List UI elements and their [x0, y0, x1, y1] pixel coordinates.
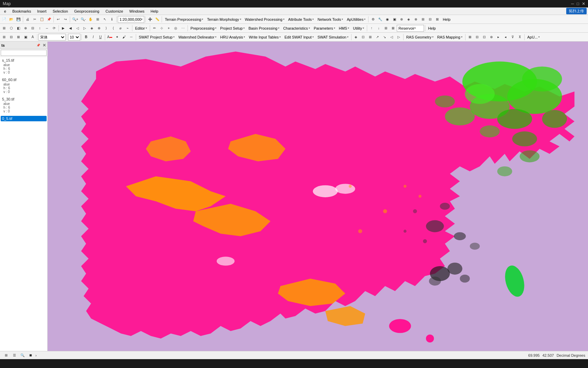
tb3-icon1[interactable]: ◈	[353, 33, 359, 41]
terrain-preprocessing-menu[interactable]: Terrain Preprocessing▾	[163, 17, 205, 22]
pan-btn[interactable]: ✋	[87, 16, 94, 23]
tb3-icon3[interactable]: ⊞	[367, 33, 374, 41]
font-size-select[interactable]: 10	[68, 34, 80, 41]
save-btn[interactable]: 💾	[15, 16, 22, 23]
swat-simulation-menu[interactable]: SWAT Simulation▾	[316, 34, 350, 40]
help-menu[interactable]: Help	[441, 17, 452, 22]
fill-color-btn[interactable]: 🖌	[121, 33, 128, 41]
toolbar1-tool9[interactable]: ⊟	[427, 16, 434, 23]
highlight-button[interactable]: 拓扑上传	[566, 8, 587, 14]
tb2-btn3[interactable]: ◧	[15, 25, 22, 32]
tb2-btn5[interactable]: ⊟	[29, 25, 36, 32]
menu-selection[interactable]: Selection	[50, 9, 71, 14]
layer-item-1[interactable]: s_15.tif	[1, 58, 47, 63]
layout-view-btn[interactable]: ⊞	[3, 352, 10, 359]
measure-btn[interactable]: 📏	[154, 16, 161, 23]
ras-btn6[interactable]: ◂	[502, 33, 509, 41]
redo-btn[interactable]: ↪	[62, 16, 69, 23]
layer-item-3[interactable]: 5_30.tif	[1, 96, 47, 102]
line-color-btn[interactable]: ─	[128, 33, 135, 41]
write-input-tables-menu[interactable]: Write Input Tables▾	[247, 34, 282, 40]
tb2-icon2[interactable]: ↓	[375, 25, 382, 32]
layer-search-input[interactable]	[1, 50, 47, 56]
tb3-btn3[interactable]: ⊠	[15, 33, 22, 41]
tb2-btn15[interactable]: ⟩	[103, 25, 110, 32]
tb2-editbtn1[interactable]: ✏	[151, 25, 158, 32]
watershed-processing-menu[interactable]: Watershed Processing▾	[243, 17, 286, 22]
stop-btn[interactable]: ⏹	[27, 352, 34, 359]
toolbar1-tool2[interactable]: 🔧	[377, 16, 383, 23]
swat-project-setup-menu[interactable]: SWAT Project Setup▾	[137, 34, 176, 40]
tb2-btn1[interactable]: ⊞	[1, 25, 7, 32]
ap-utilities2-menu[interactable]: ApU...▾	[526, 34, 542, 40]
new-file-btn[interactable]: 📄	[1, 16, 7, 23]
toolbar1-tool8[interactable]: ⊞	[420, 16, 426, 23]
tb3-btn2[interactable]: ⊟	[8, 33, 15, 41]
undo-btn[interactable]: ↩	[55, 16, 62, 23]
layer-item-4[interactable]: 0_5.tif	[1, 116, 47, 121]
attribute-tools-menu[interactable]: Attribute Tools▾	[287, 17, 316, 22]
tb2-editbtn4[interactable]: ◎	[173, 25, 179, 32]
tb3-btn4[interactable]: ▣	[22, 33, 29, 41]
basin-processing-menu[interactable]: Basin Processing▾	[247, 26, 281, 31]
tb3-icon6[interactable]: ◁	[388, 33, 395, 41]
zoom-out-btn[interactable]: 🔍-	[80, 16, 87, 23]
tb2-btn12[interactable]: ▷	[81, 25, 88, 32]
reservoir-dropdown[interactable]: Reservoir ▾	[397, 25, 424, 32]
project-setup-menu[interactable]: Project Setup▾	[218, 26, 246, 31]
tb2-editbtn5[interactable]: ⋯	[180, 25, 186, 32]
toolbar1-tool3[interactable]: ◉	[384, 16, 391, 23]
edit-swat-input-menu[interactable]: Edit SWAT Input▾	[283, 34, 315, 40]
tb3-icon2[interactable]: ⊡	[360, 33, 366, 41]
panel-close-btn[interactable]: ✕	[43, 43, 46, 48]
tb2-btn8[interactable]: ⟳	[51, 25, 58, 32]
preprocessing-menu[interactable]: Preprocessing▾	[189, 26, 218, 31]
watershed-delineator-menu[interactable]: Watershed Delineator▾	[177, 34, 218, 40]
copy-btn[interactable]: 📋	[38, 16, 45, 23]
ras-btn5[interactable]: ▸	[495, 33, 502, 41]
tb2-icon4[interactable]: ⊠	[390, 25, 396, 32]
magnifier-btn[interactable]: 🔍	[19, 352, 26, 359]
characteristics-menu[interactable]: Characteristics▾	[281, 26, 312, 31]
menu-insert[interactable]: Insert	[34, 9, 49, 14]
terrain-morphology-menu[interactable]: Terrain Morphology▾	[205, 17, 243, 22]
tb3-icon4[interactable]: ↗	[374, 33, 381, 41]
scale-dropdown[interactable]: 1:20,000,000 ▾	[118, 16, 144, 23]
menu-customize[interactable]: Customize	[103, 9, 126, 14]
menu-help[interactable]: Help	[148, 9, 161, 14]
tb2-btn14[interactable]: ⊗	[96, 25, 102, 32]
italic-btn[interactable]: I	[90, 33, 97, 41]
ras-btn3[interactable]: ⊡	[481, 33, 488, 41]
tb2-btn9[interactable]: ▶	[60, 25, 67, 32]
bold-btn[interactable]: B	[83, 33, 89, 41]
print-btn[interactable]: 🖨	[24, 16, 31, 23]
map-area[interactable]	[48, 42, 588, 351]
tb2-editbtn3[interactable]: ⌖	[165, 25, 172, 32]
select-btn[interactable]: ↖	[101, 16, 108, 23]
tb2-btn13[interactable]: ◈	[88, 25, 95, 32]
hru-analysis-menu[interactable]: HRU Analysis▾	[218, 34, 247, 40]
network-tools-menu[interactable]: Network Tools▾	[316, 17, 345, 22]
tb2-btn7[interactable]: ↔	[44, 25, 50, 32]
tb2-icon1[interactable]: ↑	[368, 25, 375, 32]
full-extent-btn[interactable]: ⊞	[94, 16, 101, 23]
utility-menu[interactable]: Utility▾	[351, 26, 366, 31]
tb3-btn1[interactable]: ⊞	[1, 33, 7, 41]
tb3-icon5[interactable]: ↘	[381, 33, 388, 41]
tb2-btn2[interactable]: ⬡	[8, 25, 15, 32]
ras-btn7[interactable]: ⊽	[509, 33, 516, 41]
ras-mapping-menu[interactable]: RAS Mapping▾	[436, 34, 464, 40]
ras-btn2[interactable]: ⊟	[474, 33, 480, 41]
cut-btn[interactable]: ✂	[31, 16, 38, 23]
ras-geometry-menu[interactable]: RAS Geometry▾	[405, 34, 435, 40]
tb2-editbtn2[interactable]: ⊹	[158, 25, 165, 32]
underline-btn[interactable]: U	[97, 33, 104, 41]
parameters-menu[interactable]: Parameters▾	[312, 26, 337, 31]
paste-btn[interactable]: 📌	[46, 16, 52, 23]
tb2-btn18[interactable]: ⌁	[124, 25, 131, 32]
identify-btn[interactable]: ℹ	[109, 16, 115, 23]
toolbar1-tool4[interactable]: ▣	[391, 16, 398, 23]
minimize-btn[interactable]: ─	[571, 1, 574, 6]
toolbar1-tool7[interactable]: ⊗	[412, 16, 419, 23]
ras-btn4[interactable]: ⊛	[488, 33, 495, 41]
